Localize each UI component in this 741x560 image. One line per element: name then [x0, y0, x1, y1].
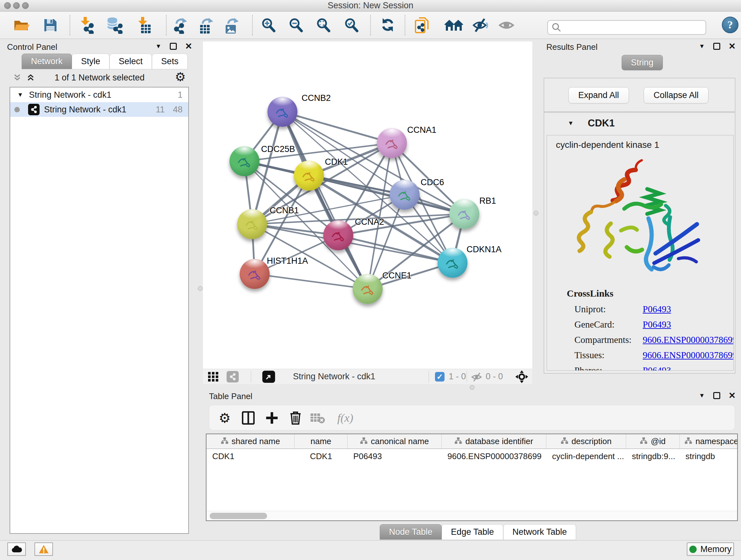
- results-panel-close-icon[interactable]: ✕: [729, 43, 736, 50]
- collapse-all-button[interactable]: Collapse All: [644, 87, 709, 104]
- open-in-window-icon[interactable]: [262, 371, 275, 383]
- network-edge[interactable]: [255, 274, 367, 289]
- table-row[interactable]: CDK1CDK1P064939606.ENSP00000378699cyclin…: [206, 449, 737, 463]
- tab-network-table[interactable]: Network Table: [503, 524, 576, 540]
- entry-header[interactable]: ▼ CDK1: [544, 113, 735, 134]
- column-header--id[interactable]: @id: [626, 434, 680, 449]
- column-header-shared-name[interactable]: shared name: [206, 434, 294, 449]
- network-node-hist1h1a[interactable]: [240, 259, 270, 289]
- zoom-selected-button[interactable]: [343, 16, 360, 34]
- table-cell[interactable]: CDK1: [294, 449, 347, 463]
- show-hidden-button[interactable]: [498, 16, 516, 34]
- control-panel-close-icon[interactable]: ✕: [185, 43, 192, 50]
- tab-string[interactable]: String: [622, 55, 663, 70]
- first-neighbors-button[interactable]: [442, 16, 465, 34]
- table-options-gear-icon[interactable]: ⚙: [215, 405, 234, 431]
- function-builder-icon[interactable]: f(x): [333, 405, 358, 431]
- zoom-fit-button[interactable]: [315, 16, 333, 34]
- export-table-button[interactable]: [197, 16, 215, 34]
- network-node-ccna2[interactable]: [323, 220, 353, 250]
- table-cell[interactable]: stringdb:9...: [626, 449, 680, 463]
- node-label: RB1: [479, 196, 496, 206]
- column-header-canonical-name[interactable]: canonical name: [347, 434, 442, 449]
- table-cell[interactable]: stringdb: [680, 449, 738, 463]
- expand-all-button[interactable]: Expand All: [568, 87, 629, 104]
- tab-node-table[interactable]: Node Table: [380, 524, 442, 540]
- network-node-cdc6[interactable]: [390, 180, 420, 210]
- network-node-ccna1[interactable]: [377, 128, 407, 158]
- network-canvas[interactable]: CCNB2CCNA1CDC25BCDK1CDC6RB1CCNB1CCNA2CDK…: [203, 42, 532, 369]
- zoom-out-button[interactable]: [287, 16, 305, 34]
- selected-checkbox-icon[interactable]: ✓: [435, 372, 445, 381]
- table-cell[interactable]: CDK1: [206, 449, 294, 463]
- birdseye-grid-icon[interactable]: [208, 372, 219, 383]
- table-horizontal-scrollbar[interactable]: [206, 511, 737, 520]
- crosslink-link[interactable]: 9606.ENSP00000378699: [643, 350, 734, 361]
- table-panel-close-icon[interactable]: ✕: [729, 392, 736, 399]
- memory-button[interactable]: Memory: [687, 543, 734, 556]
- help-button[interactable]: ?: [722, 17, 738, 33]
- add-column-icon[interactable]: [262, 405, 281, 431]
- scrollbar-thumb[interactable]: [210, 513, 267, 519]
- results-panel-float-icon[interactable]: [713, 43, 720, 50]
- network-node-cdk1[interactable]: [294, 161, 324, 191]
- import-network-button[interactable]: [77, 16, 95, 34]
- tab-edge-table[interactable]: Edge Table: [442, 524, 503, 540]
- search-input[interactable]: [561, 23, 705, 33]
- crosslink-link[interactable]: 9606.ENSP00000378699: [643, 334, 734, 345]
- tab-style[interactable]: Style: [72, 54, 110, 69]
- table-cell[interactable]: cyclin-dependent ...: [546, 449, 626, 463]
- warnings-button[interactable]: [35, 543, 53, 556]
- results-panel-menu-icon[interactable]: ▼: [699, 43, 705, 50]
- delete-column-trash-icon[interactable]: [286, 405, 305, 431]
- column-header-description[interactable]: description: [546, 434, 626, 449]
- network-node-ccnb2[interactable]: [267, 97, 297, 127]
- network-node-rb1[interactable]: [449, 199, 479, 229]
- table-cell[interactable]: P06493: [347, 449, 442, 463]
- crosslink-link[interactable]: P06493: [643, 304, 734, 314]
- crosslink-link[interactable]: P06493: [643, 319, 734, 330]
- clone-network-button[interactable]: [413, 16, 431, 34]
- import-table-button[interactable]: [135, 16, 152, 34]
- import-network-from-database-button[interactable]: [105, 16, 123, 34]
- zoom-in-button[interactable]: [260, 16, 278, 34]
- pan-crosshair-icon[interactable]: [515, 370, 529, 385]
- show-column-selector-icon[interactable]: [239, 405, 258, 431]
- export-network-button[interactable]: [172, 16, 190, 34]
- network-share-icon[interactable]: [226, 371, 239, 382]
- hide-selected-button[interactable]: [472, 16, 489, 34]
- tab-select[interactable]: Select: [110, 54, 152, 69]
- column-header-namespace[interactable]: namespace: [680, 434, 738, 449]
- cloud-status-button[interactable]: [7, 543, 26, 556]
- selected-counts: 1 - 0: [449, 372, 466, 381]
- table-cell[interactable]: 9606.ENSP00000378699: [442, 449, 546, 463]
- network-row[interactable]: String Network - cdk1 11 48: [10, 102, 188, 117]
- network-node-ccne1[interactable]: [353, 274, 383, 304]
- horizontal-splitter-handle[interactable]: [470, 385, 475, 390]
- network-node-ccnb1[interactable]: [237, 209, 267, 239]
- apply-style-refresh-button[interactable]: [379, 16, 397, 34]
- network-collection-row[interactable]: ▼ String Network - cdk1 1: [10, 87, 188, 102]
- delete-table-icon[interactable]: [308, 405, 327, 431]
- control-panel-float-icon[interactable]: [170, 43, 177, 50]
- column-header-database-identifier[interactable]: database identifier: [442, 434, 546, 449]
- network-options-gear-icon[interactable]: ⚙: [175, 71, 186, 83]
- collection-caret-icon[interactable]: ▼: [17, 91, 23, 98]
- protein-motif-icon: [229, 146, 259, 176]
- tab-network[interactable]: Network: [22, 54, 72, 69]
- save-session-button[interactable]: [42, 16, 59, 34]
- network-node-cdkn1a[interactable]: [437, 248, 468, 278]
- crosslink-link[interactable]: P06493: [643, 365, 734, 371]
- open-session-button[interactable]: [13, 16, 30, 34]
- table-panel-menu-icon[interactable]: ▼: [699, 392, 705, 399]
- entry-caret-icon[interactable]: ▼: [568, 120, 574, 127]
- column-header-name[interactable]: name: [294, 434, 347, 449]
- table-panel-float-icon[interactable]: [713, 392, 720, 399]
- control-panel-menu-icon[interactable]: ▼: [155, 43, 161, 50]
- tab-sets[interactable]: Sets: [152, 54, 188, 69]
- left-splitter-handle[interactable]: [198, 286, 203, 291]
- network-node-cdc25b[interactable]: [229, 146, 259, 176]
- network-edge[interactable]: [282, 112, 392, 143]
- right-splitter-handle[interactable]: [534, 211, 538, 215]
- export-image-button[interactable]: [223, 16, 241, 34]
